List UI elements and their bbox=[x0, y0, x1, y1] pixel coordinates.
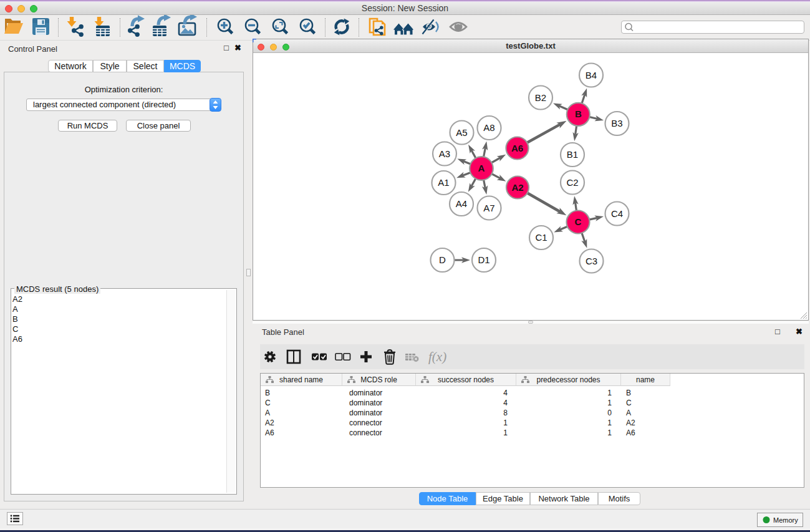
svg-text:C2: C2 bbox=[566, 177, 578, 188]
svg-text:A6: A6 bbox=[511, 143, 523, 153]
svg-text:B4: B4 bbox=[586, 70, 597, 80]
svg-text:A: A bbox=[478, 163, 485, 173]
svg-text:A3: A3 bbox=[439, 148, 450, 159]
svg-text:B: B bbox=[575, 109, 582, 119]
svg-text:C4: C4 bbox=[611, 208, 623, 219]
svg-text:A8: A8 bbox=[483, 122, 494, 133]
svg-text:A1: A1 bbox=[438, 177, 449, 188]
svg-text:B3: B3 bbox=[611, 118, 622, 128]
svg-text:Memory: Memory bbox=[773, 516, 798, 524]
svg-text:f(x): f(x) bbox=[428, 349, 446, 364]
svg-text:A5: A5 bbox=[456, 127, 467, 138]
svg-text:B1: B1 bbox=[567, 149, 578, 160]
svg-text:B2: B2 bbox=[535, 92, 546, 103]
svg-text:C: C bbox=[575, 216, 582, 227]
svg-text:D1: D1 bbox=[478, 254, 489, 265]
svg-text:A2: A2 bbox=[511, 182, 523, 193]
svg-text:C3: C3 bbox=[586, 256, 597, 266]
svg-text:D: D bbox=[439, 254, 446, 265]
svg-text:A4: A4 bbox=[456, 198, 467, 209]
svg-text:A7: A7 bbox=[483, 203, 494, 213]
svg-text:C1: C1 bbox=[535, 232, 547, 243]
